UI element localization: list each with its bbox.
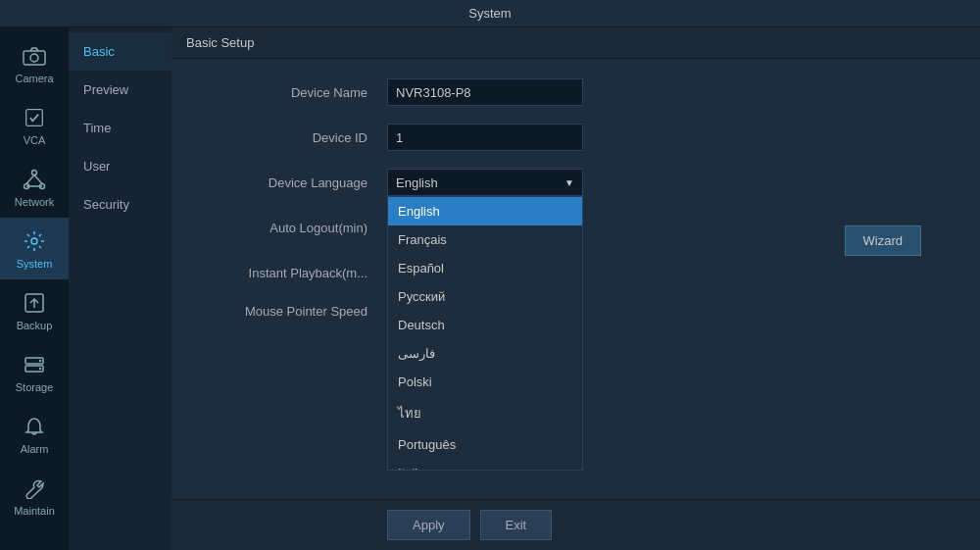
lang-italiano[interactable]: Italiano	[388, 459, 582, 471]
dropdown-selected[interactable]: English ▼	[387, 169, 583, 196]
lang-russian[interactable]: Русский	[388, 282, 582, 311]
sub-item-preview[interactable]: Preview	[69, 71, 172, 109]
wizard-button[interactable]: Wizard	[845, 225, 921, 256]
sub-item-basic[interactable]: Basic	[69, 32, 172, 71]
sidebar-label-alarm: Alarm	[21, 443, 49, 455]
lang-francais[interactable]: Français	[388, 225, 582, 254]
exit-button[interactable]: Exit	[480, 510, 553, 540]
svg-line-6	[26, 175, 34, 184]
sub-item-user[interactable]: User	[69, 147, 172, 185]
lang-espanol[interactable]: Español	[388, 254, 582, 282]
lang-deutsch[interactable]: Deutsch	[388, 311, 582, 339]
sub-item-security[interactable]: Security	[69, 185, 172, 224]
sub-item-time[interactable]: Time	[69, 109, 172, 147]
apply-button[interactable]: Apply	[387, 510, 470, 540]
content-area: Basic Setup Device Name Device ID Device…	[172, 27, 980, 550]
sidebar-item-camera[interactable]: Camera	[0, 32, 69, 94]
lang-polski[interactable]: Polski	[388, 368, 582, 396]
sidebar-label-storage: Storage	[16, 381, 54, 393]
sidebar-item-network[interactable]: Network	[0, 156, 69, 218]
content-header: Basic Setup	[172, 27, 980, 59]
sidebar-label-maintain: Maintain	[14, 505, 55, 517]
device-id-field-wrap	[387, 124, 691, 151]
camera-icon	[21, 42, 48, 70]
backup-icon	[21, 289, 48, 317]
svg-rect-2	[26, 110, 43, 126]
svg-point-1	[30, 54, 38, 62]
sidebar-item-system[interactable]: System	[0, 218, 69, 279]
sidebar-item-alarm[interactable]: Alarm	[0, 403, 69, 465]
vca-icon	[21, 104, 48, 131]
sidebar-item-maintain[interactable]: Maintain	[0, 465, 69, 526]
sidebar-label-backup: Backup	[17, 320, 53, 331]
device-name-input[interactable]	[387, 78, 583, 106]
maintain-icon	[21, 475, 48, 502]
svg-point-14	[39, 360, 41, 362]
system-icon	[21, 227, 48, 255]
form-table: Device Name Device ID Device Language En…	[201, 78, 691, 383]
main-layout: Camera VCA Net	[0, 27, 980, 550]
bottom-bar: Apply Exit	[172, 499, 980, 550]
svg-line-7	[34, 175, 42, 184]
sidebar-item-backup[interactable]: Backup	[0, 279, 69, 341]
sidebar-item-storage[interactable]: Storage	[0, 341, 69, 403]
mouse-pointer-label: Mouse Pointer Speed	[201, 304, 377, 319]
svg-point-3	[32, 171, 37, 175]
instant-playback-label: Instant Playback(m...	[201, 266, 377, 280]
device-language-dropdown[interactable]: English ▼ English Français Español Русск…	[387, 169, 583, 196]
sidebar-label-camera: Camera	[15, 73, 53, 84]
sidebar-item-vca[interactable]: VCA	[0, 94, 69, 156]
svg-point-9	[31, 238, 37, 244]
device-name-label: Device Name	[201, 85, 377, 100]
language-dropdown-list[interactable]: English Français Español Русский Deutsch…	[387, 196, 583, 471]
sidebar-label-vca: VCA	[24, 134, 46, 146]
content-body: Device Name Device ID Device Language En…	[172, 59, 980, 499]
title-bar: System	[0, 0, 980, 27]
device-id-input[interactable]	[387, 124, 583, 151]
device-id-label: Device ID	[201, 130, 377, 145]
dropdown-selected-value: English	[396, 175, 438, 190]
device-name-field-wrap	[387, 78, 691, 106]
auto-logout-label: Auto Logout(min)	[201, 221, 377, 235]
network-icon	[21, 166, 48, 193]
sub-sidebar: Basic Preview Time User Security	[69, 27, 172, 550]
lang-english[interactable]: English	[388, 197, 582, 225]
alarm-icon	[21, 413, 48, 440]
sidebar-label-network: Network	[15, 196, 54, 208]
lang-farsi[interactable]: فارسی	[388, 339, 582, 368]
svg-point-15	[39, 368, 41, 370]
storage-icon	[21, 351, 48, 378]
sidebar: Camera VCA Net	[0, 27, 69, 550]
sidebar-label-system: System	[17, 258, 53, 270]
device-language-label: Device Language	[201, 175, 377, 190]
chevron-down-icon: ▼	[564, 177, 574, 188]
lang-portuguese[interactable]: Português	[388, 430, 582, 459]
svg-rect-0	[24, 51, 45, 65]
title-label: System	[468, 6, 511, 21]
lang-thai[interactable]: ไทย	[388, 396, 582, 430]
